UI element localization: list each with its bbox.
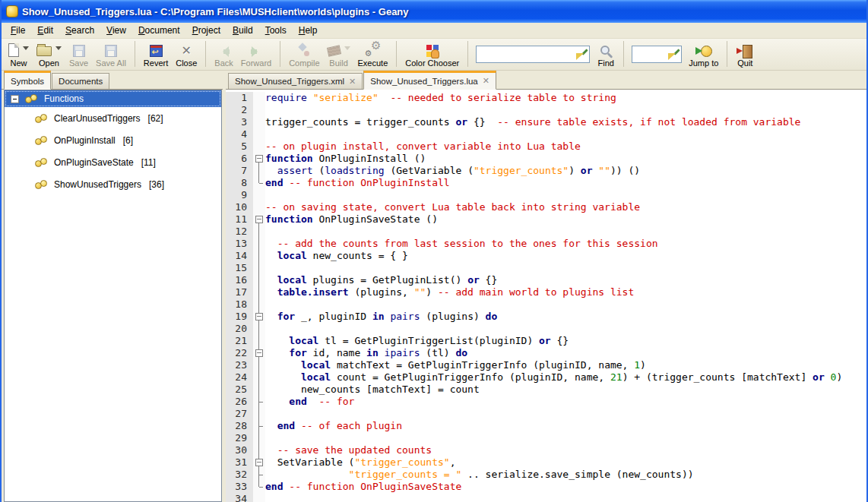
line-number[interactable]: 32 — [226, 469, 253, 481]
new-dropdown-caret-icon[interactable] — [23, 46, 29, 53]
code-text — [265, 298, 866, 311]
line-number[interactable]: 3 — [226, 116, 253, 128]
tab-show-unused-triggers-lua[interactable]: Show_Unused_Triggers.lua ✕ — [363, 71, 496, 90]
menu-build[interactable]: Build — [227, 24, 259, 37]
jump-input[interactable] — [632, 47, 668, 62]
collapse-expander-icon[interactable] — [11, 95, 19, 103]
line-number[interactable]: 22 — [226, 347, 253, 359]
code-line: 23 local matchText = GetPluginTriggerInf… — [226, 359, 866, 371]
revert-button[interactable]: Revert — [140, 41, 172, 69]
tree-item-ClearUnusedTriggers[interactable]: ClearUnusedTriggers[62] — [5, 107, 221, 129]
line-number[interactable]: 25 — [226, 384, 253, 396]
code-line: 7 assert (loadstring (GetVariable ("trig… — [226, 165, 866, 177]
fold-guide — [253, 323, 265, 335]
tab-symbols[interactable]: Symbols — [4, 71, 51, 90]
code-text: assert (loadstring (GetVariable ("trigge… — [265, 165, 866, 177]
code-text: -- on saving state, convert Lua table ba… — [265, 201, 866, 213]
menu-tools[interactable]: Tools — [259, 24, 293, 37]
line-number[interactable]: 24 — [226, 371, 253, 384]
line-number[interactable]: 10 — [226, 201, 253, 213]
tree-item-OnPluginInstall[interactable]: OnPluginInstall[6] — [5, 129, 221, 151]
line-number[interactable]: 29 — [226, 432, 253, 444]
clear-jump-icon[interactable] — [668, 49, 680, 60]
line-number[interactable]: 12 — [226, 226, 253, 238]
fold-toggle-icon[interactable] — [253, 456, 265, 469]
line-number[interactable]: 7 — [226, 165, 253, 177]
tree-item-ShowUnusedTriggers[interactable]: ShowUnusedTriggers[36] — [5, 173, 221, 195]
jump-to-button[interactable]: Jump to — [685, 41, 722, 69]
fold-toggle-icon[interactable] — [253, 213, 265, 226]
fold-guide — [253, 384, 265, 396]
line-number[interactable]: 13 — [226, 238, 253, 250]
line-number[interactable]: 31 — [226, 456, 253, 469]
revert-icon — [150, 45, 163, 57]
open-button[interactable]: Open — [33, 41, 65, 69]
line-number[interactable]: 30 — [226, 444, 253, 456]
code-text — [265, 323, 866, 335]
close-tab-icon[interactable]: ✕ — [483, 76, 489, 86]
find-magnifier-icon — [600, 46, 610, 55]
find-button[interactable]: Find — [593, 41, 619, 69]
line-number[interactable]: 17 — [226, 286, 253, 298]
close-document-icon: ✕ — [182, 45, 192, 57]
open-dropdown-caret-icon[interactable] — [55, 46, 62, 53]
color-chooser-button[interactable]: Color Chooser — [401, 41, 463, 69]
line-number[interactable]: 16 — [226, 274, 253, 286]
menu-view[interactable]: View — [100, 24, 132, 37]
menu-search[interactable]: Search — [59, 24, 100, 37]
line-number[interactable]: 9 — [226, 189, 253, 201]
close-tab-icon[interactable]: ✕ — [349, 77, 356, 87]
menu-project[interactable]: Project — [186, 24, 227, 37]
line-number[interactable]: 2 — [226, 104, 253, 116]
code-text: function OnPluginSaveState () — [265, 213, 866, 226]
code-text — [265, 128, 866, 140]
tree-root-label: Functions — [44, 93, 84, 104]
line-number[interactable]: 27 — [226, 408, 253, 420]
line-number[interactable]: 18 — [226, 298, 253, 311]
new-button[interactable]: New — [5, 41, 33, 69]
line-number[interactable]: 34 — [226, 493, 253, 502]
fold-toggle-icon[interactable] — [253, 153, 265, 165]
line-number[interactable]: 14 — [226, 250, 253, 262]
fold-toggle-icon[interactable] — [253, 311, 265, 323]
line-number[interactable]: 4 — [226, 128, 253, 140]
line-number[interactable]: 23 — [226, 359, 253, 371]
line-number[interactable]: 20 — [226, 323, 253, 335]
line-number[interactable]: 15 — [226, 262, 253, 274]
compile-icon — [297, 43, 311, 57]
line-number[interactable]: 26 — [226, 396, 253, 408]
code-text: SetVariable ("trigger_counts", — [265, 456, 866, 469]
titlebar[interactable]: Show_Unused_Triggers.lua - C:\Program Fi… — [2, 0, 866, 23]
toolbar-separator — [396, 41, 397, 67]
code-editor[interactable]: 1require "serialize" -- needed to serial… — [226, 90, 866, 502]
line-number[interactable]: 21 — [226, 335, 253, 347]
menu-help[interactable]: Help — [293, 24, 324, 37]
clear-search-icon[interactable] — [576, 49, 588, 60]
line-number[interactable]: 1 — [226, 92, 253, 104]
toolbar: New Open Save Save All Revert ✕ Close Ba… — [2, 39, 866, 71]
line-number[interactable]: 11 — [226, 213, 253, 226]
tree-item-OnPluginSaveState[interactable]: OnPluginSaveState[11] — [5, 151, 221, 173]
quit-button[interactable]: Quit — [732, 41, 758, 69]
tab-documents[interactable]: Documents — [52, 73, 109, 89]
tree-item-functions[interactable]: Functions — [5, 90, 221, 107]
line-number[interactable]: 33 — [226, 481, 253, 493]
menu-edit[interactable]: Edit — [31, 24, 59, 37]
search-input[interactable] — [477, 47, 576, 62]
menu-file[interactable]: File — [5, 24, 31, 37]
close-button[interactable]: ✕ Close — [172, 41, 201, 69]
code-text — [265, 104, 866, 116]
line-number[interactable]: 19 — [226, 311, 253, 323]
line-number[interactable]: 6 — [226, 153, 253, 165]
fold-guide — [253, 262, 265, 274]
tab-show-unused-triggers-xml[interactable]: Show_Unused_Triggers.xml ✕ — [228, 73, 363, 89]
line-number[interactable]: 5 — [226, 140, 253, 153]
line-number[interactable]: 8 — [226, 177, 253, 189]
menu-document[interactable]: Document — [132, 24, 186, 37]
execute-button[interactable]: Execute — [354, 41, 392, 69]
line-number[interactable]: 28 — [226, 420, 253, 432]
fold-toggle-icon[interactable] — [253, 347, 265, 359]
code-line: 3trigger_counts = trigger_counts or {} -… — [226, 116, 866, 128]
symbols-panel: Functions ClearUnusedTriggers[62]OnPlugi… — [4, 90, 222, 502]
code-line: 1require "serialize" -- needed to serial… — [226, 92, 866, 104]
